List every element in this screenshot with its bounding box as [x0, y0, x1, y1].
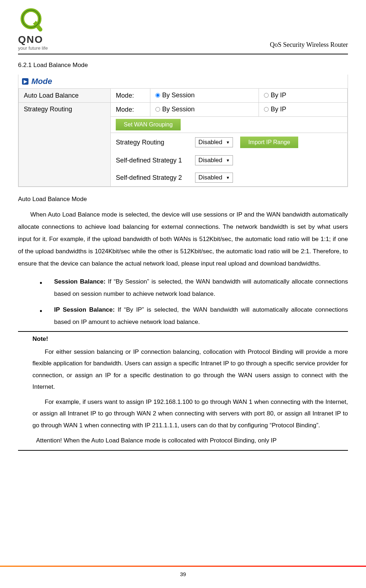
chevron-down-icon: ▼ [226, 140, 230, 144]
page-footer: 39 [0, 566, 366, 577]
mode-panel-title-row: ▶ Mode [18, 75, 348, 88]
svg-point-1 [26, 14, 36, 24]
bullet-title: Session Balance: [54, 278, 106, 285]
brand-tagline: your future life [18, 45, 48, 51]
radio-input[interactable] [264, 93, 269, 98]
radio-input[interactable] [155, 107, 160, 112]
brand-name: QNO [18, 34, 43, 45]
list-item: IP Session Balance: If “By IP” is select… [40, 304, 348, 328]
row-name: Strategy Routing [19, 103, 111, 187]
radio-text: By Session [162, 106, 195, 113]
body-paragraph: When Auto Load Balance mode is selected,… [18, 209, 348, 270]
set-wan-grouping-button[interactable]: Set WAN Grouping [116, 119, 180, 130]
note-block: Note! For either session balancing or IP… [18, 331, 348, 451]
mode-panel: ▶ Mode Auto Load Balance Mode: By Sessio… [18, 75, 348, 187]
strategy-label: Self-defined Strategy 1 [116, 157, 188, 164]
radio-by-ip[interactable]: By IP [264, 92, 286, 99]
strategy-routing-select[interactable]: Disabled ▼ [195, 137, 233, 147]
attention-paragraph: Attention! When the Auto Load Balance mo… [18, 435, 348, 446]
self-defined-strategy-1-select[interactable]: Disabled ▼ [195, 155, 233, 165]
radio-text: By IP [271, 106, 286, 113]
body-heading: Auto Load Balance Mode [18, 196, 348, 203]
note-paragraph: For example, if users want to assign IP … [18, 396, 348, 431]
chevron-down-icon: ▼ [226, 158, 230, 162]
table-row: Auto Load Balance Mode: By Session By IP [19, 89, 348, 103]
select-value: Disabled [198, 139, 222, 146]
table-row: Strategy Routing Mode: By Session By IP [19, 103, 348, 117]
bullet-title: IP Session Balance: [54, 306, 115, 313]
radio-by-session[interactable]: By Session [155, 92, 195, 99]
page-number: 39 [180, 571, 186, 577]
select-value: Disabled [198, 174, 222, 181]
self-defined-strategy-2-select[interactable]: Disabled ▼ [195, 173, 233, 183]
select-value: Disabled [198, 157, 222, 164]
page-title: QoS Security Wireless Router [270, 41, 348, 51]
chevron-down-icon: ▼ [226, 175, 230, 180]
strategy-label: Strategy Routing [116, 139, 188, 146]
note-title: Note! [18, 335, 348, 343]
list-item: Session Balance: If “By Session” is sele… [40, 276, 348, 300]
row-label: Mode: [111, 89, 150, 103]
logo-block: QNO your future life [18, 7, 48, 51]
section-heading: 6.2.1 Load Balance Mode [18, 62, 348, 69]
radio-by-ip[interactable]: By IP [264, 106, 286, 113]
footer-divider [0, 566, 366, 567]
row-label: Mode: [111, 103, 150, 117]
arrow-right-icon: ▶ [22, 78, 28, 85]
strategy-label: Self-defined Strategy 2 [116, 174, 188, 182]
qno-logo-icon [18, 7, 44, 33]
bullet-list: Session Balance: If “By Session” is sele… [18, 276, 348, 328]
import-ip-range-button[interactable]: Import IP Range [240, 137, 298, 148]
mode-table: Auto Load Balance Mode: By Session By IP… [18, 88, 348, 187]
radio-input[interactable] [264, 107, 269, 112]
radio-by-session[interactable]: By Session [155, 106, 195, 113]
radio-input[interactable] [155, 93, 160, 98]
radio-text: By IP [271, 92, 286, 99]
radio-text: By Session [162, 92, 195, 99]
row-name: Auto Load Balance [19, 89, 111, 103]
mode-panel-title: Mode [31, 77, 52, 86]
note-paragraph: For either session balancing or IP conne… [18, 346, 348, 393]
